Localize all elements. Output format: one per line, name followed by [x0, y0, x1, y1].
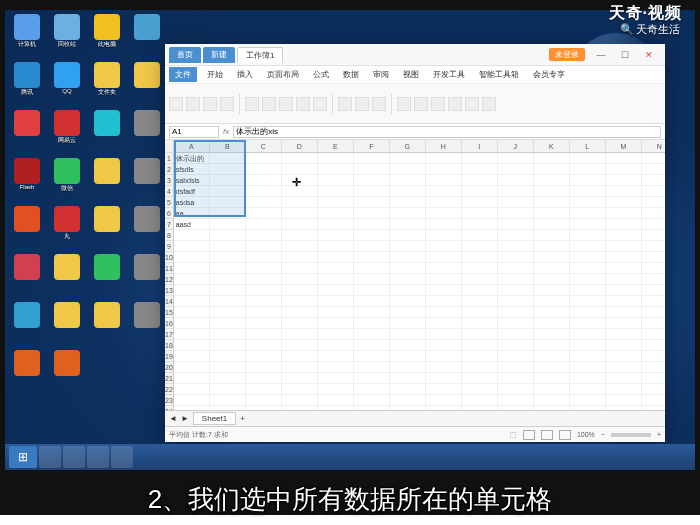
cell[interactable]: [318, 395, 354, 405]
cell[interactable]: [606, 208, 642, 218]
cell[interactable]: [642, 373, 665, 383]
cell[interactable]: [534, 153, 570, 163]
cell[interactable]: [534, 241, 570, 251]
taskbar-item[interactable]: [63, 446, 85, 468]
row-header[interactable]: 22: [165, 384, 173, 395]
cell[interactable]: [354, 230, 390, 240]
cell[interactable]: [642, 384, 665, 394]
toolbar-button[interactable]: [245, 97, 259, 111]
document-tab[interactable]: 新建: [203, 47, 235, 63]
cell[interactable]: [318, 384, 354, 394]
cell[interactable]: [462, 307, 498, 317]
minimize-button[interactable]: —: [589, 47, 613, 63]
cell[interactable]: [498, 230, 534, 240]
cell[interactable]: [570, 307, 606, 317]
desktop-icon[interactable]: [129, 158, 165, 202]
desktop-icon[interactable]: 文件夹: [89, 62, 125, 106]
cell[interactable]: [570, 219, 606, 229]
cell[interactable]: [210, 384, 246, 394]
cell[interactable]: [390, 241, 426, 251]
cell[interactable]: [246, 296, 282, 306]
cell[interactable]: [174, 318, 210, 328]
desktop-icon[interactable]: [89, 206, 125, 250]
menu-item[interactable]: 数据: [339, 69, 363, 80]
cell[interactable]: [210, 263, 246, 273]
cell[interactable]: [210, 362, 246, 372]
row-header[interactable]: 11: [165, 263, 173, 274]
cell[interactable]: [498, 296, 534, 306]
cell[interactable]: [174, 241, 210, 251]
cell[interactable]: [606, 296, 642, 306]
cell[interactable]: [210, 274, 246, 284]
maximize-button[interactable]: ☐: [613, 47, 637, 63]
cell[interactable]: [210, 329, 246, 339]
cell[interactable]: [570, 296, 606, 306]
cell[interactable]: [282, 362, 318, 372]
cell[interactable]: [498, 219, 534, 229]
row-headers[interactable]: 1234567891011121314151617181920212223242…: [165, 140, 174, 410]
column-header[interactable]: F: [354, 140, 390, 152]
cell[interactable]: [426, 373, 462, 383]
cell[interactable]: [642, 362, 665, 372]
desktop-icon[interactable]: 此电脑: [89, 14, 125, 58]
column-header[interactable]: D: [282, 140, 318, 152]
cell[interactable]: [246, 197, 282, 207]
cell[interactable]: [318, 252, 354, 262]
cell[interactable]: [426, 241, 462, 251]
cell[interactable]: [174, 351, 210, 361]
cell[interactable]: [318, 373, 354, 383]
desktop-icon[interactable]: QQ: [49, 62, 85, 106]
cell[interactable]: [426, 296, 462, 306]
cell[interactable]: [498, 362, 534, 372]
cell[interactable]: [462, 285, 498, 295]
menu-item[interactable]: 页面布局: [263, 69, 303, 80]
cell[interactable]: [570, 153, 606, 163]
cell[interactable]: [642, 340, 665, 350]
column-headers[interactable]: ABCDEFGHIJKLMNOP: [174, 140, 665, 153]
cell[interactable]: [246, 318, 282, 328]
cell[interactable]: [426, 252, 462, 262]
cell[interactable]: [606, 175, 642, 185]
cell[interactable]: [498, 208, 534, 218]
cell[interactable]: [246, 395, 282, 405]
cell[interactable]: [246, 307, 282, 317]
cell[interactable]: [390, 307, 426, 317]
cell[interactable]: [390, 318, 426, 328]
cell[interactable]: [246, 219, 282, 229]
align-right-button[interactable]: [372, 97, 386, 111]
column-header[interactable]: I: [462, 140, 498, 152]
cell[interactable]: [318, 318, 354, 328]
cell[interactable]: [246, 351, 282, 361]
cell[interactable]: [354, 373, 390, 383]
cell[interactable]: [318, 219, 354, 229]
cell[interactable]: [534, 340, 570, 350]
cell[interactable]: [390, 164, 426, 174]
cell[interactable]: [606, 318, 642, 328]
cell[interactable]: [642, 406, 665, 410]
sheet-nav-icon[interactable]: ◄: [169, 414, 177, 423]
cell[interactable]: [282, 307, 318, 317]
cell[interactable]: [246, 285, 282, 295]
cell[interactable]: [282, 197, 318, 207]
column-header[interactable]: H: [426, 140, 462, 152]
cell[interactable]: [606, 384, 642, 394]
cell[interactable]: [354, 329, 390, 339]
cell[interactable]: [642, 219, 665, 229]
cell[interactable]: [462, 230, 498, 240]
cell[interactable]: [282, 241, 318, 251]
cell[interactable]: [534, 373, 570, 383]
row-header[interactable]: 8: [165, 230, 173, 241]
view-break-icon[interactable]: [559, 430, 571, 440]
cell[interactable]: [606, 406, 642, 410]
desktop-icon[interactable]: [129, 62, 165, 106]
cell[interactable]: [498, 252, 534, 262]
cell[interactable]: [318, 362, 354, 372]
cell[interactable]: [642, 395, 665, 405]
cell[interactable]: [462, 406, 498, 410]
cell[interactable]: [246, 230, 282, 240]
cell[interactable]: [318, 197, 354, 207]
cell[interactable]: [318, 186, 354, 196]
cell[interactable]: [282, 340, 318, 350]
cell[interactable]: [570, 329, 606, 339]
cell[interactable]: [606, 329, 642, 339]
